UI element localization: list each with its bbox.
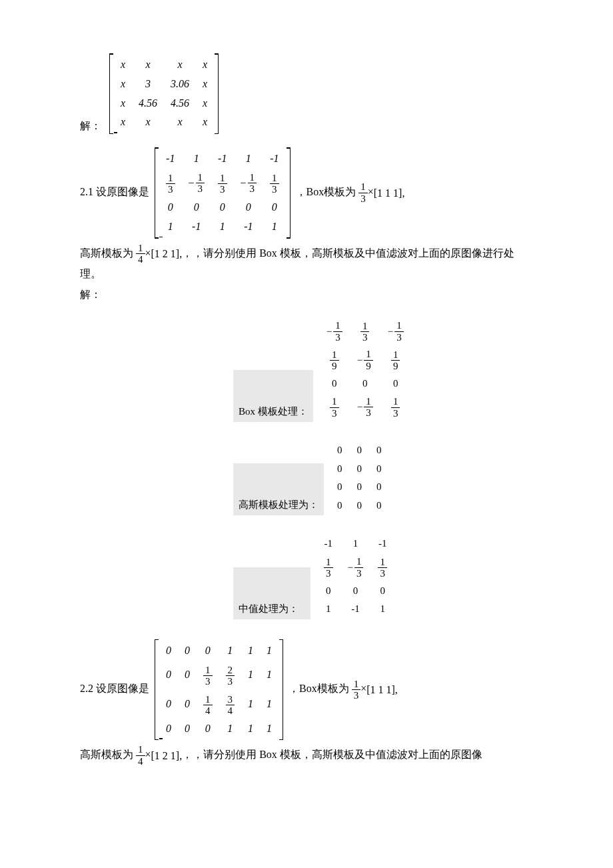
problem-2-2: 2.2 设原图像是 0001110013231100143411000111 ，… [80, 639, 533, 767]
problem-2-2-matrix: 0001110013231100143411000111 [155, 639, 283, 741]
solution-matrix-1: xxxx x33.06x x4.564.56x xxxx [109, 53, 219, 134]
answer-prefix: 解： [80, 117, 101, 135]
problem-2-1: 2.1 设原图像是 -11-11-113−1313−1313000001-11-… [80, 147, 533, 303]
problem-2-1-matrix: -11-11-113−1313−1313000001-11-11 [155, 147, 291, 238]
gauss-line: 高斯模板为 14×[1 2 1],，，请分别使用 Box 模板，高斯模板及中值滤… [80, 243, 533, 283]
box-result-label: Box 模板处理： [233, 370, 313, 422]
gauss-template-result: 高斯模板处理为： 000000000000 [233, 441, 533, 515]
median-result-label: 中值处理为： [233, 567, 310, 619]
problem-2-1-label: 2.1 设原图像是 [80, 186, 149, 197]
gauss-line-2-2: 高斯模板为 14×[1 2 1],，，请分别使用 Box 模板，高斯模板及中值滤… [80, 744, 533, 767]
box-template-result: Box 模板处理： −1313−1319−191900013−1313 高斯模板… [233, 317, 533, 619]
answer-matrix-section: 解： xxxx x33.06x x4.564.56x xxxx [80, 53, 533, 134]
box-template-text: ，Box模板为 [296, 186, 356, 197]
solution-label-2-1: 解： [80, 286, 533, 303]
median-template-result: 中值处理为： -11-113−13130001-11 [233, 534, 533, 619]
gauss-result-label: 高斯模板处理为： [233, 463, 324, 515]
problem-2-2-label: 2.2 设原图像是 [80, 683, 149, 694]
